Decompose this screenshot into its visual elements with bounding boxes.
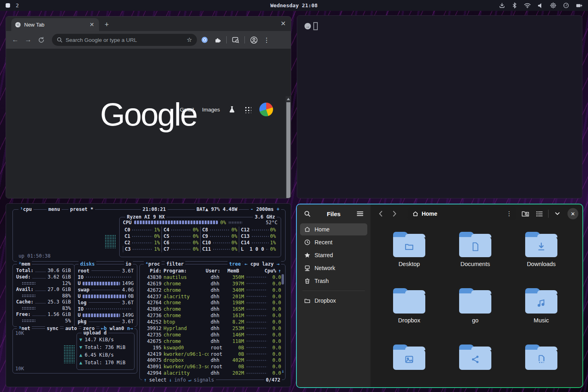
process-row[interactable]: 44237 alacritty dhh 201M 0.0: [143, 293, 281, 300]
disks-io-title[interactable]: io: [124, 261, 133, 267]
forward-icon[interactable]: [389, 207, 401, 220]
info-label[interactable]: info: [174, 377, 186, 383]
proc-box-title[interactable]: ⁴proc: [144, 261, 161, 267]
scrollbar-thumb[interactable]: [286, 102, 290, 198]
omnibox[interactable]: Search Google or type a URL ☆: [52, 34, 197, 46]
disks-box-title[interactable]: disks: [79, 261, 96, 267]
screenshot-tool-icon[interactable]: [230, 35, 241, 45]
process-row[interactable]: 39912 Hyprland dhh 253M 0.0: [143, 325, 281, 332]
process-row[interactable]: 44252 btop dhh 8.2M 0.0: [143, 319, 281, 325]
proc-tree-button[interactable]: tree: [228, 261, 242, 267]
browser-tab[interactable]: New Tab ✕: [11, 18, 99, 31]
sort-next-button[interactable]: →: [277, 261, 280, 267]
key-up-icon[interactable]: ↑: [144, 377, 147, 383]
folder-item-desktop[interactable]: Desktop: [393, 232, 425, 285]
sidebar-item-home[interactable]: Home: [300, 223, 367, 235]
tab-close-icon[interactable]: ✕: [88, 21, 95, 28]
proc-filter-button[interactable]: filter: [165, 261, 185, 267]
process-row[interactable]: 42764 chrome dhh 198M 0.0: [143, 299, 281, 306]
mem-box-title[interactable]: ²mem: [17, 261, 32, 267]
folder-item-pictures[interactable]: [393, 345, 425, 387]
wifi-icon[interactable]: [524, 3, 531, 8]
cpu-box-title[interactable]: ¹cpu: [19, 206, 33, 212]
process-row[interactable]: 42735 chrome dhh 146M 0.0: [143, 332, 281, 338]
process-row[interactable]: 40075 dropbox dhh 402M 0.0: [143, 357, 281, 363]
proc-header-cpu[interactable]: Cpu%: [264, 268, 276, 274]
proc-header-pid[interactable]: Pid:: [143, 268, 161, 274]
process-row[interactable]: 43091 kworker/u96:3-sd root 0B 0.0: [143, 363, 281, 370]
net-auto-button[interactable]: auto: [64, 326, 79, 331]
forward-icon[interactable]: →: [23, 35, 33, 45]
search-folder-icon[interactable]: [519, 207, 532, 220]
back-icon[interactable]: [375, 207, 387, 220]
proc-sort-selector[interactable]: ← cpu lazy →: [243, 261, 281, 267]
gmail-link[interactable]: Gmail: [180, 107, 194, 113]
extensions-puzzle-icon[interactable]: [212, 35, 223, 45]
circle-arrow-icon[interactable]: →: [304, 23, 311, 29]
proc-scrollbar-thumb[interactable]: [282, 274, 284, 285]
folder-item-go[interactable]: go: [459, 288, 491, 341]
proc-header-program[interactable]: Program:: [164, 268, 204, 274]
account-avatar[interactable]: [259, 103, 273, 116]
cpu-chip-icon[interactable]: [550, 2, 556, 8]
google-apps-grid-icon[interactable]: [244, 106, 251, 113]
window-close-icon[interactable]: ✕: [281, 20, 286, 27]
battery-charging-icon[interactable]: [576, 3, 582, 8]
folder-item-documents[interactable]: Documents: [459, 232, 491, 285]
folder-item-music[interactable]: Music: [525, 288, 557, 341]
menu-kebab-icon[interactable]: ⋮: [261, 35, 272, 45]
interval-minus-button[interactable]: -: [251, 206, 253, 212]
reload-icon[interactable]: [36, 35, 46, 45]
proc-header-user[interactable]: User:: [206, 268, 221, 274]
volume-icon[interactable]: [538, 3, 543, 8]
location-menu-kebab-icon[interactable]: ⋮: [505, 210, 513, 217]
process-row[interactable]: 42619 chrome dhh 397M 0.0: [143, 281, 281, 287]
sidebar-item-dropbox[interactable]: Dropbox: [300, 295, 367, 307]
process-row[interactable]: 42865 chrome dhh 165M 0.0: [143, 306, 281, 312]
select-label[interactable]: select: [149, 377, 166, 383]
new-tab-button[interactable]: +: [103, 21, 110, 28]
scroll-up-icon[interactable]: [287, 98, 290, 100]
preset-button[interactable]: preset *: [68, 206, 95, 212]
net-sync-button[interactable]: sync: [45, 326, 60, 331]
folder-item-dropbox[interactable]: Dropbox: [393, 288, 425, 341]
labs-flask-icon[interactable]: [228, 105, 236, 113]
process-row[interactable]: 42675 chrome dhh 118M 0.0: [143, 338, 281, 345]
iface-next-button[interactable]: n→: [127, 326, 133, 331]
window-close-button[interactable]: ✕: [567, 208, 578, 219]
view-options-chevron-icon[interactable]: [551, 207, 563, 220]
profile-icon[interactable]: [248, 35, 259, 45]
key-down-icon[interactable]: ↓: [169, 377, 172, 383]
bluetooth-icon[interactable]: [512, 2, 517, 8]
process-row[interactable]: 195 kswapd0 root 0B 0.0: [143, 345, 281, 351]
path-bar[interactable]: Home ⋮: [408, 207, 516, 220]
folder-item-downloads[interactable]: Downloads: [525, 232, 557, 285]
workspace-number[interactable]: 2: [16, 2, 19, 8]
list-view-icon[interactable]: [533, 207, 546, 220]
process-row[interactable]: 43830 nautilus dhh 350M 0.0: [143, 274, 281, 281]
signals-label[interactable]: signals: [194, 377, 214, 383]
workspace-indicator[interactable]: [6, 3, 10, 8]
process-row[interactable]: 42419 kworker/u96:1-co root 0B 0.0: [143, 351, 281, 357]
update-interval[interactable]: - 2000ms +: [249, 206, 281, 212]
process-row[interactable]: 42994 alacritty dhh 202M 0.0: [143, 370, 281, 376]
page-scrollbar[interactable]: [286, 96, 291, 198]
updates-icon[interactable]: [499, 2, 505, 8]
proc-scroll-down-icon[interactable]: ↓: [282, 368, 284, 374]
back-icon[interactable]: ←: [10, 35, 21, 45]
proc-header-mem[interactable]: MemB: [223, 268, 239, 274]
key-enter-icon[interactable]: ↵: [188, 377, 191, 383]
folder-item-public[interactable]: [459, 345, 491, 387]
folder-item-templates[interactable]: [525, 345, 557, 387]
gauge-icon[interactable]: [563, 2, 569, 8]
process-row[interactable]: 42736 chrome dhh 161M 0.0: [143, 312, 281, 319]
sidebar-item-trash[interactable]: Trash: [300, 275, 367, 287]
interval-plus-button[interactable]: +: [277, 206, 280, 212]
hamburger-menu-icon[interactable]: [354, 207, 366, 220]
menu-button[interactable]: menu: [47, 206, 62, 212]
sidebar-item-starred[interactable]: Starred: [300, 249, 367, 261]
sort-prev-button[interactable]: ←: [244, 261, 247, 267]
extension-badge-icon[interactable]: [199, 35, 210, 45]
sidebar-item-network[interactable]: Network: [300, 262, 367, 274]
images-link[interactable]: Images: [202, 107, 220, 113]
